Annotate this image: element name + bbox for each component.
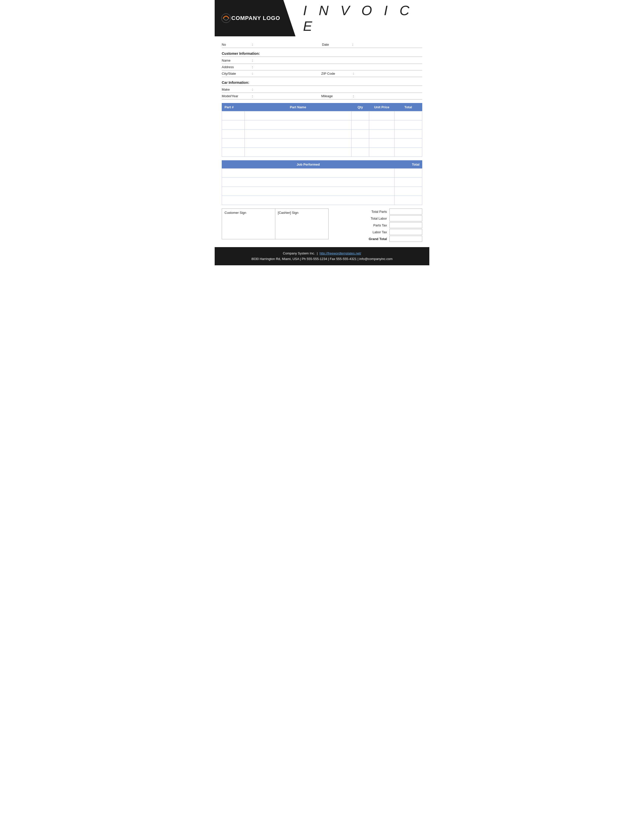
total-labor-value <box>390 215 422 221</box>
customer-sign-label: Customer Sign <box>224 211 272 215</box>
total-parts-value <box>390 209 422 215</box>
parts-cell-unit-2 <box>369 130 394 138</box>
customer-city-colon: : <box>252 72 257 76</box>
customer-sign-box: Customer Sign <box>222 209 275 239</box>
jobs-cell-job-3 <box>222 196 394 205</box>
footer-company: Company System Inc. <box>283 251 315 255</box>
parts-tax-value <box>390 222 422 228</box>
labor-tax-row: Labor Tax <box>333 229 422 235</box>
parts-col-total-header: Total <box>394 103 422 111</box>
car-make-label: Make <box>222 88 252 92</box>
parts-row <box>222 111 422 121</box>
logo-text: COMPANY LOGO <box>231 15 280 21</box>
invoice-title: I N V O I C E <box>303 3 422 34</box>
customer-city-row: City/State : ZIP Code : <box>222 71 422 77</box>
parts-cell-part-0 <box>222 111 245 121</box>
parts-row <box>222 121 422 130</box>
parts-tax-label: Parts Tax <box>333 224 390 227</box>
customer-name-label: Name <box>222 59 252 62</box>
parts-cell-qty-0 <box>351 111 369 121</box>
jobs-cell-job-1 <box>222 178 394 187</box>
car-make-colon: : <box>252 88 257 92</box>
car-mileage-label: Mileage <box>321 94 351 98</box>
parts-cell-total-3 <box>394 138 422 148</box>
parts-cell-part-4 <box>222 148 245 157</box>
company-logo-icon <box>221 13 231 24</box>
car-section-header: Car Information: <box>222 80 422 85</box>
jobs-col-total-header: Total <box>394 161 422 169</box>
customer-zip-label: ZIP Code <box>321 72 351 76</box>
parts-cell-unit-0 <box>369 111 394 121</box>
car-divider <box>222 85 422 86</box>
customer-address-label: Address <box>222 65 252 69</box>
customer-section-header: Customer Information: <box>222 51 422 56</box>
invoice-date-label: Date <box>322 43 352 47</box>
parts-cell-part-2 <box>222 130 245 138</box>
jobs-row <box>222 187 422 196</box>
jobs-row <box>222 178 422 187</box>
parts-cell-qty-1 <box>351 121 369 130</box>
invoice-no-date-row: No : Date : <box>222 42 422 48</box>
page-footer: Company System Inc. | http://freewordtem… <box>215 247 429 265</box>
parts-cell-part-3 <box>222 138 245 148</box>
jobs-table: Job Performed Total <box>222 160 422 205</box>
invoice-no-label: No <box>222 43 252 47</box>
total-parts-label: Total Parts <box>333 210 390 214</box>
total-labor-row: Total Labor <box>333 215 422 221</box>
parts-col-qty-header: Qty <box>351 103 369 111</box>
labor-tax-value <box>390 229 422 235</box>
footer-website[interactable]: http://freewordtemplates.net/ <box>319 251 361 255</box>
parts-col-name-header: Part Name <box>245 103 351 111</box>
signatures-area: Customer Sign [Cashier] Sign <box>222 209 328 239</box>
customer-city-label: City/State <box>222 72 252 76</box>
parts-cell-unit-4 <box>369 148 394 157</box>
parts-cell-name-0 <box>245 111 351 121</box>
total-labor-label: Total Labor <box>333 217 390 220</box>
jobs-cell-job-2 <box>222 187 394 196</box>
parts-row <box>222 148 422 157</box>
jobs-cell-job-0 <box>222 169 394 178</box>
parts-cell-part-1 <box>222 121 245 130</box>
cashier-sign-label: [Cashier] Sign <box>278 211 326 215</box>
parts-row <box>222 130 422 138</box>
jobs-cell-total-0 <box>394 169 422 178</box>
parts-cell-unit-1 <box>369 121 394 130</box>
jobs-col-job-header: Job Performed <box>222 161 394 169</box>
jobs-row <box>222 196 422 205</box>
parts-cell-qty-4 <box>351 148 369 157</box>
parts-cell-unit-3 <box>369 138 394 148</box>
car-make-row: Make : <box>222 86 422 93</box>
parts-cell-qty-2 <box>351 130 369 138</box>
car-model-label: Model/Year <box>222 94 252 98</box>
grand-total-row: Grand Total <box>333 236 422 242</box>
logo-area: COMPANY LOGO <box>215 0 295 36</box>
totals-area: Total Parts Total Labor Parts Tax Labor … <box>333 209 422 243</box>
jobs-row <box>222 169 422 178</box>
parts-cell-name-2 <box>245 130 351 138</box>
car-section: Car Information: Make : Model/Year : Mil… <box>222 80 422 100</box>
cashier-sign-box: [Cashier] Sign <box>275 209 328 239</box>
jobs-cell-total-1 <box>394 178 422 187</box>
grand-total-label: Grand Total <box>333 237 390 241</box>
car-mileage-colon: : <box>353 94 358 98</box>
parts-cell-name-1 <box>245 121 351 130</box>
grand-total-value <box>390 236 422 242</box>
footer-separator: | <box>317 251 318 255</box>
customer-name-row: Name : <box>222 57 422 64</box>
parts-row <box>222 138 422 148</box>
car-model-colon: : <box>252 94 257 98</box>
customer-section: Customer Information: Name : Address : C… <box>222 51 422 77</box>
invoice-no-colon: : <box>252 43 257 47</box>
customer-zip-colon: : <box>353 72 358 76</box>
main-content: No : Date : Customer Information: Name :… <box>215 42 429 243</box>
customer-address-row: Address : <box>222 64 422 71</box>
parts-tax-row: Parts Tax <box>333 222 422 228</box>
invoice-date-colon: : <box>352 43 357 47</box>
parts-cell-total-2 <box>394 130 422 138</box>
parts-cell-total-0 <box>394 111 422 121</box>
footer-line1: Company System Inc. | http://freewordtem… <box>217 251 427 256</box>
customer-address-colon: : <box>252 65 257 69</box>
parts-col-part-header: Part # <box>222 103 245 111</box>
invoice-title-area: I N V O I C E <box>295 0 429 36</box>
parts-col-unit-header: Unit Price <box>369 103 394 111</box>
